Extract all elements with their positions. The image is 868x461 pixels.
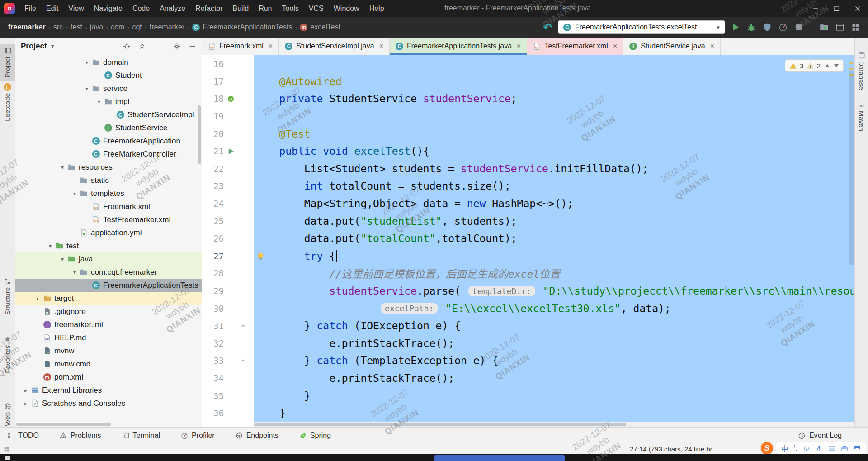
tree-item-test[interactable]: ▾test	[15, 239, 202, 252]
tree-chevron-icon[interactable]: ▾	[82, 86, 92, 92]
tree-item-com-cqt-freemarker[interactable]: ▾com.cqt.freemarker	[15, 266, 202, 279]
toolwindow-toggle-icon[interactable]	[4, 446, 10, 452]
tool-stripe-leetcode[interactable]: LLeetcode	[0, 80, 15, 124]
tree-item-gitignore[interactable]: g.gitignore	[15, 305, 202, 318]
locate-icon[interactable]	[123, 43, 131, 50]
tree-item-help-md[interactable]: MDHELP.md	[15, 331, 202, 344]
menu-navigate[interactable]: Navigate	[89, 0, 127, 17]
stop-button[interactable]	[793, 21, 805, 33]
code-text-line-18[interactable]: private StudentService studentService;	[254, 90, 854, 108]
editor-tab-freemarkerapplicationtests-java[interactable]: CFreemarkerApplicationTests.java×	[390, 38, 527, 55]
menu-window[interactable]: Window	[329, 0, 364, 17]
event-log-button[interactable]: Event Log	[798, 432, 842, 440]
tree-item-static[interactable]: static	[15, 174, 202, 187]
code-text-line-17[interactable]: @Autowired	[254, 73, 854, 90]
tree-item-studentserviceimpl[interactable]: CStudentServiceImpl	[15, 108, 202, 121]
code-text-line-30[interactable]: excelPath: "E:\\excel\\excelTest30.xls",…	[254, 299, 854, 317]
code-text-line-25[interactable]: data.put("studentList", students);	[254, 212, 854, 230]
tree-item-domain[interactable]: ▾domain	[15, 56, 202, 69]
code-text-line-29[interactable]: studentService.parse( templateDir: "D:\\…	[254, 282, 854, 300]
tree-chevron-icon[interactable]: ▸	[21, 400, 31, 407]
tree-item-scratches-and-consoles[interactable]: ▸Scratches and Consoles	[15, 397, 202, 410]
tree-item-freemarker-iml[interactable]: ifreemarker.iml	[15, 318, 202, 331]
keyboard-icon[interactable]	[828, 445, 835, 452]
breadcrumb-freemarker-6[interactable]: freemarker	[148, 23, 186, 31]
tool-stripe-project[interactable]: Project	[0, 44, 15, 81]
warning-stripe-mark[interactable]	[849, 68, 853, 70]
tool-window-button-spring[interactable]: Spring	[299, 432, 331, 440]
tree-item-freemarkerapplicationtests[interactable]: CFreemarkerApplicationTests	[15, 279, 202, 292]
code-text-line-23[interactable]: int totalCount = students.size();	[254, 177, 854, 195]
warning-stripe-mark[interactable]	[849, 62, 853, 64]
menu-analyze[interactable]: Analyze	[155, 0, 190, 17]
folder-run-button[interactable]	[818, 21, 830, 33]
tree-item-templates[interactable]: ▾templates	[15, 187, 202, 200]
menu-refactor[interactable]: Refactor	[190, 0, 227, 17]
tree-chevron-icon[interactable]: ▾	[57, 256, 67, 262]
preview-button[interactable]	[834, 21, 846, 33]
tool-window-button-todo[interactable]: TODO	[7, 432, 39, 440]
fold-marker-icon[interactable]	[237, 323, 249, 329]
code-text-line-24[interactable]: Map<String,Object> data = new HashMap<~>…	[254, 195, 854, 213]
tree-item-studentservice[interactable]: IStudentService	[15, 121, 202, 134]
editor-scrollbar-thumb[interactable]	[849, 71, 854, 265]
tree-item-external-libraries[interactable]: ▸External Libraries	[15, 384, 202, 397]
tool-stripe-maven[interactable]: mMaven	[855, 98, 868, 134]
close-tab-icon[interactable]: ×	[269, 42, 273, 50]
tree-item-target[interactable]: ▸target	[15, 292, 202, 305]
close-tab-icon[interactable]: ×	[379, 42, 383, 50]
emoji-picker-icon[interactable]: ☺	[803, 444, 810, 452]
code-text-line-27[interactable]: try {	[254, 247, 854, 265]
tool-stripe-web[interactable]: Web	[0, 399, 15, 429]
breadcrumb-cqt-5[interactable]: cqt	[130, 23, 143, 31]
tree-chevron-icon[interactable]: ▾	[45, 243, 55, 249]
tree-item-mvnw[interactable]: >_mvnw	[15, 344, 202, 357]
code-text-line-26[interactable]: data.put("totalCount",totalCount);	[254, 230, 854, 247]
code-text-line-36[interactable]: }	[254, 404, 854, 422]
editor-hscrollbar-thumb[interactable]	[254, 423, 626, 426]
debug-button[interactable]	[745, 21, 757, 33]
tree-item-freemarkerapplication[interactable]: CFreemarkerApplication	[15, 134, 202, 147]
tool-stripe-database[interactable]: Database	[855, 48, 868, 93]
maximize-button[interactable]	[826, 0, 847, 17]
tree-item-service[interactable]: ▾service	[15, 82, 202, 95]
grid-button[interactable]	[849, 21, 862, 33]
tree-item-java[interactable]: ▾java	[15, 252, 202, 266]
breadcrumb-test-2[interactable]: test	[69, 23, 84, 31]
tree-item-testfreemarker-xml[interactable]: </>TestFreemarker.xml	[15, 213, 202, 226]
caret-position-info[interactable]: 27:14 (793 chars, 24 line br	[630, 445, 712, 453]
tool-window-button-endpoints[interactable]: Endpoints	[236, 432, 278, 440]
tool-window-button-terminal[interactable]: Terminal	[122, 432, 160, 440]
tool-stripe-structure[interactable]: Structure	[0, 275, 15, 318]
back-arrow-icon[interactable]: ↶	[542, 21, 554, 33]
run-button[interactable]	[729, 21, 741, 33]
close-tab-icon[interactable]: ×	[613, 42, 617, 50]
toolbox-icon[interactable]	[841, 445, 848, 452]
sogou-logo-icon[interactable]: S	[761, 442, 773, 454]
hide-icon[interactable]	[189, 43, 196, 50]
run-configuration-select[interactable]: C FreemarkerApplicationTests.excelTest ▾	[558, 20, 725, 34]
editor-tab-testfreemarker-xml[interactable]: </>TestFreemarker.xml×	[527, 38, 623, 55]
tree-item-mvnw-cmd[interactable]: >_mvnw.cmd	[15, 357, 202, 371]
collapse-all-icon[interactable]	[138, 43, 146, 50]
code-text-line-28[interactable]: //这里前面是模板位置，后面是生成的excel位置	[254, 265, 854, 282]
tree-chevron-icon[interactable]: ▾	[70, 269, 80, 276]
menu-tools[interactable]: Tools	[277, 0, 303, 17]
breadcrumb-freemarker-0[interactable]: freemarker	[6, 23, 47, 31]
tree-item-resources[interactable]: ▾resources	[15, 161, 202, 174]
editor-tab-studentservice-java[interactable]: IStudentService.java×	[623, 38, 721, 55]
code-text-line-16[interactable]	[254, 55, 854, 73]
tool-stripe-favorites[interactable]: Favorites	[0, 333, 15, 376]
microphone-icon[interactable]	[816, 445, 823, 452]
menu-help[interactable]: Help	[364, 0, 389, 17]
fold-marker-icon[interactable]	[237, 357, 249, 364]
tree-chevron-icon[interactable]: ▾	[70, 190, 80, 197]
tree-chevron-icon[interactable]: ▾	[82, 59, 92, 66]
code-text-line-35[interactable]: }	[254, 387, 854, 404]
profiler-button[interactable]	[777, 21, 789, 33]
inspections-widget[interactable]: 3 2	[785, 59, 844, 72]
breadcrumb-freemarkerapplicationtests-7[interactable]: CFreemarkerApplicationTests	[190, 23, 294, 31]
tree-item-application-yml[interactable]: application.yml	[15, 226, 202, 239]
breadcrumb-java-3[interactable]: java	[88, 23, 105, 31]
code-text-line-32[interactable]: e.printStackTrace();	[254, 335, 854, 352]
